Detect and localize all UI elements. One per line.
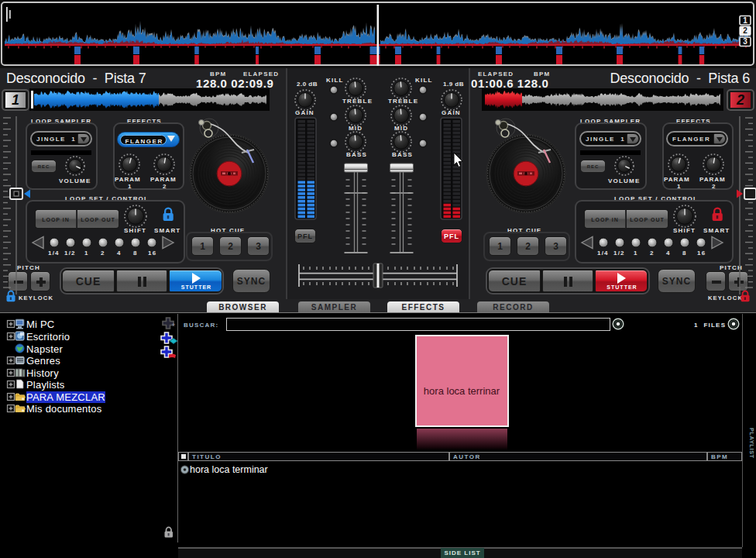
svg-text:*: * xyxy=(172,322,175,331)
svg-text:*: * xyxy=(22,396,25,404)
svg-text:3: 3 xyxy=(743,37,747,46)
svg-text:2: 2 xyxy=(743,26,747,35)
svg-text:*: * xyxy=(22,408,25,415)
svg-text:1: 1 xyxy=(743,16,747,25)
